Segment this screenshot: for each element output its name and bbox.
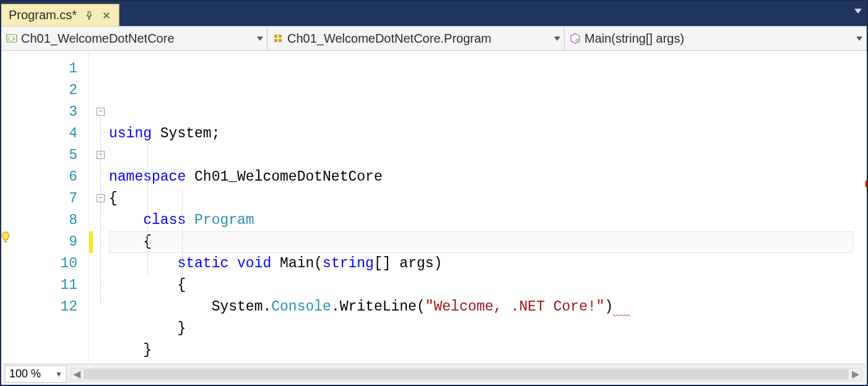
line-number: 8 <box>15 210 77 231</box>
code-line[interactable]: namespace Ch01_WelcomeDotNetCore <box>109 166 866 188</box>
chevron-down-icon: ▼ <box>55 370 63 379</box>
line-number: 10 <box>15 253 77 275</box>
document-tab-active[interactable]: Program.cs* <box>1 4 119 26</box>
horizontal-scrollbar[interactable]: ◀ ▶ <box>71 368 862 380</box>
error-squiggle[interactable] <box>613 299 630 316</box>
svg-rect-5 <box>279 39 282 42</box>
code-area[interactable]: using System;namespace Ch01_WelcomeDotNe… <box>109 52 866 362</box>
line-numbers: 123456789101112 <box>15 52 89 362</box>
svg-text:C#: C# <box>8 35 15 42</box>
chevron-down-icon <box>257 36 263 41</box>
code-line[interactable]: } <box>109 318 866 340</box>
nav-type-label: Ch01_WelcomeDotNetCore.Program <box>287 32 492 46</box>
code-editor[interactable]: 123456789101112 −−− using System;namespa… <box>2 52 866 362</box>
scroll-left-arrow-icon[interactable]: ◀ <box>71 368 82 380</box>
chevron-down-icon <box>554 36 560 41</box>
line-number: 4 <box>15 123 77 145</box>
scroll-right-arrow-icon[interactable]: ▶ <box>850 368 861 380</box>
nav-member-dropdown[interactable]: Main(string[] args) <box>565 27 867 50</box>
svg-rect-2 <box>274 35 277 38</box>
tab-overflow-button[interactable] <box>854 9 862 14</box>
code-line[interactable]: { <box>109 231 866 253</box>
line-number: 7 <box>15 188 77 210</box>
zoom-dropdown[interactable]: 100 % ▼ <box>5 366 67 383</box>
outline-guide <box>100 115 101 304</box>
nav-project-dropdown[interactable]: C# Ch01_WelcomeDotNetCore <box>1 27 267 50</box>
nav-type-dropdown[interactable]: Ch01_WelcomeDotNetCore.Program <box>267 27 565 50</box>
editor-status-bar: 100 % ▼ ◀ ▶ <box>2 364 866 384</box>
class-icon <box>272 33 284 44</box>
line-number: 5 <box>15 145 77 166</box>
code-line[interactable] <box>109 145 866 166</box>
close-tab-icon[interactable] <box>102 11 111 20</box>
code-line[interactable]: { <box>109 275 866 296</box>
line-number: 3 <box>15 101 77 123</box>
editor-margin: 123456789101112 <box>2 52 89 362</box>
svg-rect-4 <box>274 39 277 42</box>
csharp-project-icon: C# <box>6 33 17 44</box>
scrollbar-thumb[interactable] <box>84 369 849 379</box>
lightbulb-icon[interactable] <box>0 231 11 242</box>
pin-tab-icon[interactable] <box>84 11 94 20</box>
editor-window: Program.cs* C# Ch01_WelcomeDotNetCore Ch… <box>0 0 868 386</box>
code-line[interactable]: } <box>109 340 866 361</box>
line-number: 12 <box>15 296 77 318</box>
method-icon <box>570 33 581 44</box>
modified-line-marker <box>89 231 93 253</box>
code-line[interactable]: static void Main(string[] args) <box>109 253 866 275</box>
line-number: 6 <box>15 166 77 188</box>
nav-member-label: Main(string[] args) <box>584 32 684 46</box>
zoom-value: 100 % <box>9 367 41 380</box>
document-tab-label: Program.cs* <box>9 8 77 22</box>
code-line[interactable]: System.Console.WriteLine("Welcome, .NET … <box>109 296 866 318</box>
document-tab-row: Program.cs* <box>1 1 867 26</box>
svg-rect-3 <box>279 35 282 38</box>
change-tracking-bar <box>89 52 94 362</box>
navigation-bar: C# Ch01_WelcomeDotNetCore Ch01_WelcomeDo… <box>1 26 867 51</box>
outlining-margin[interactable]: −−− <box>94 52 109 362</box>
code-line[interactable]: using System; <box>109 123 866 145</box>
line-number: 11 <box>15 275 77 296</box>
line-number: 1 <box>15 58 77 80</box>
nav-project-label: Ch01_WelcomeDotNetCore <box>21 32 175 46</box>
chevron-down-icon <box>856 36 862 41</box>
line-number: 2 <box>15 80 77 101</box>
line-number: 9 <box>15 231 77 253</box>
code-line[interactable]: { <box>109 188 866 210</box>
code-line[interactable]: class Program <box>109 210 866 231</box>
